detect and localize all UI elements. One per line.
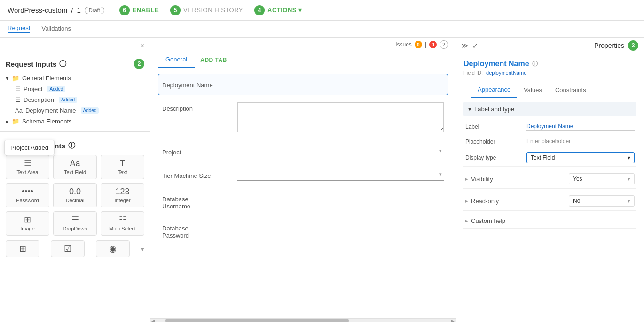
version-history-button[interactable]: VERSION HISTORY <box>183 7 243 14</box>
schema-chevron-icon: ▸ <box>6 118 9 125</box>
subnav-tab-validations[interactable]: Validations <box>41 25 71 33</box>
readonly-value-select[interactable]: No ▾ <box>569 195 635 207</box>
description-added-badge: Added <box>59 97 77 103</box>
panel-expand-icon[interactable]: ≫ <box>462 42 469 49</box>
generic-item-textarea[interactable]: ☰ Text Area <box>6 155 49 179</box>
readonly-chev-icon: ▾ <box>628 198 630 204</box>
center-toolbar: Issues 0 | 0 ? <box>150 38 456 52</box>
generic-item-extra2[interactable]: ☑ <box>51 240 85 257</box>
request-inputs-help-icon[interactable]: ⓘ <box>59 60 66 69</box>
dropdown-label: DropDown <box>63 226 87 231</box>
deployment-name-label: Deployment Name <box>25 107 76 114</box>
generic-item-image[interactable]: ⊞ Image <box>6 211 49 236</box>
prop-field-title-text: Deployment Name <box>463 60 529 68</box>
general-elements-parent[interactable]: ▾ 📁 General Elements <box>0 73 150 84</box>
generic-more-button[interactable]: ▾ <box>141 240 144 257</box>
actions-badge: 4 <box>254 5 265 15</box>
project-input[interactable] <box>237 146 444 157</box>
tier-machine-input[interactable] <box>237 169 444 181</box>
form-field-deployment-name[interactable]: Deployment Name ⋮ <box>158 74 448 95</box>
issue-red-badge: 0 <box>429 41 437 48</box>
request-inputs-label: Request Inputs <box>6 60 56 68</box>
description-textarea[interactable] <box>237 102 444 132</box>
form-field-db-username[interactable]: DatabaseUsername <box>158 188 448 215</box>
scroll-right-icon[interactable]: ▶ <box>450 319 456 322</box>
display-type-select[interactable]: Text Field ▾ <box>526 152 635 163</box>
issues-help-button[interactable]: ? <box>440 40 448 49</box>
extra2-icon: ☑ <box>64 245 71 253</box>
visibility-value-select[interactable]: Yes ▾ <box>569 173 635 184</box>
visibility-chevron-icon: ▸ <box>465 176 468 182</box>
generic-item-extra3[interactable]: ◉ <box>96 240 130 257</box>
field-id-value: deploymentName <box>486 70 526 76</box>
form-field-project[interactable]: Project ▾ <box>158 141 448 162</box>
readonly-expand-row[interactable]: ▸ Read-only No ▾ <box>463 192 636 210</box>
integer-label: Integer <box>114 198 130 203</box>
actions-button[interactable]: ACTIONS ▾ <box>267 7 302 14</box>
db-username-input[interactable] <box>237 193 444 204</box>
prop-tab-constraints[interactable]: Constraints <box>549 83 593 97</box>
scroll-left-icon[interactable]: ◀ <box>150 319 156 322</box>
tree-item-deployment-name[interactable]: Aa Deployment Name Added <box>0 105 150 116</box>
title-text: WordPress-custom <box>8 6 67 14</box>
placeholder-input[interactable] <box>526 137 635 146</box>
actions-label: ACTIONS <box>267 7 297 14</box>
prop-row-label: Label <box>463 119 636 134</box>
label-and-type-header[interactable]: ▾ Label and type <box>463 102 636 116</box>
panel-detach-icon[interactable]: ⤢ <box>472 42 478 49</box>
visibility-expand-row[interactable]: ▸ Visibility Yes ▾ <box>463 169 636 188</box>
enable-badge: 6 <box>119 5 130 15</box>
prop-key-label: Label <box>465 123 526 130</box>
sidebar-collapse-button[interactable]: « <box>140 41 144 50</box>
visibility-label: Visibility <box>471 176 493 183</box>
generic-item-decimal[interactable]: 0.0 Decimal <box>53 183 97 207</box>
center-horizontal-scrollbar[interactable]: ◀ ▶ <box>150 318 456 322</box>
db-password-input-area <box>237 222 444 233</box>
extra1-icon: ⊞ <box>19 245 26 253</box>
form-field-tier-machine[interactable]: Tier Machine Size ▾ <box>158 164 448 186</box>
deployment-name-menu-icon[interactable]: ⋮ <box>436 78 444 87</box>
prop-tab-appearance[interactable]: Appearance <box>471 82 517 98</box>
prop-field-help-icon[interactable]: ⓘ <box>532 60 538 68</box>
add-tab-button[interactable]: ADD TAB <box>195 53 233 67</box>
label-input[interactable] <box>526 122 635 131</box>
form-field-description[interactable]: Description <box>158 97 448 139</box>
tree-item-project[interactable]: ☰ Project Added <box>0 84 150 94</box>
header: WordPress-custom / 1 Draft 6 ENABLE 5 VE… <box>0 0 644 21</box>
deployment-name-input[interactable] <box>237 79 444 90</box>
prop-key-placeholder: Placeholder <box>465 138 526 145</box>
form-field-db-password[interactable]: DatabasePassword <box>158 217 448 244</box>
tree-section: ▾ 📁 General Elements ☰ Project Added ☰ D… <box>0 71 150 129</box>
generic-item-textfield[interactable]: Aa Text Field <box>53 155 97 179</box>
generic-item-extra1[interactable]: ⊞ <box>6 240 39 257</box>
schema-elements-label: Schema Elements <box>22 118 72 125</box>
text-label: Text <box>118 169 127 175</box>
password-label: Password <box>16 198 39 203</box>
prop-value-display-type: Text Field ▾ <box>526 152 635 163</box>
center-tab-general[interactable]: General <box>158 52 195 68</box>
field-id-label: Field ID: <box>463 70 483 76</box>
password-icon: •••• <box>22 187 33 196</box>
db-password-input[interactable] <box>237 222 444 233</box>
enable-button[interactable]: ENABLE <box>133 7 159 14</box>
prop-tab-values[interactable]: Values <box>517 83 549 97</box>
schema-elements-parent[interactable]: ▸ 📁 Schema Elements <box>0 116 150 127</box>
decimal-icon: 0.0 <box>69 187 81 196</box>
generic-item-password[interactable]: •••• Password <box>6 183 49 207</box>
tree-item-description[interactable]: ☰ Description Added <box>0 94 150 105</box>
scrollbar-thumb[interactable] <box>165 319 348 322</box>
custom-help-expand-row[interactable]: ▸ Custom help <box>463 214 636 228</box>
generic-item-text[interactable]: T Text <box>101 155 144 179</box>
prop-row-display-type: Display type Text Field ▾ <box>463 149 636 167</box>
generic-help-icon[interactable]: ⓘ <box>68 141 75 150</box>
display-type-chevron-icon: ▾ <box>628 154 630 161</box>
subnav-tab-request[interactable]: Request <box>8 24 30 33</box>
deployment-added-badge: Added <box>81 107 99 114</box>
generic-item-dropdown[interactable]: ☰ DropDown <box>53 211 97 236</box>
prop-value-label <box>526 122 635 131</box>
generic-item-multiselect[interactable]: ☷ Multi Select <box>101 211 144 236</box>
properties-label: Properties <box>594 42 624 49</box>
app-title: WordPress-custom / 1 Draft <box>8 6 104 14</box>
project-input-area: ▾ <box>237 146 444 157</box>
generic-item-integer[interactable]: 123 Integer <box>101 183 144 207</box>
